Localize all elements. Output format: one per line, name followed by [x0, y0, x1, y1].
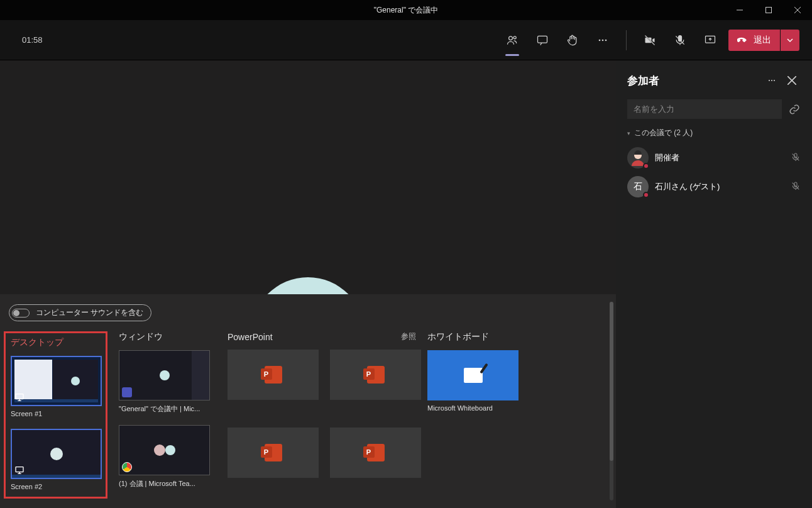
share-column-whiteboard: ホワイトボード Microsoft Whiteboard — [427, 331, 528, 499]
participant-row[interactable]: 石 石川さん (ゲスト) — [616, 172, 812, 201]
svg-point-8 — [602, 39, 604, 41]
powerpoint-icon — [367, 366, 385, 384]
share-ppt-item[interactable] — [228, 428, 319, 478]
svg-rect-16 — [16, 467, 23, 472]
participant-row[interactable]: 開催者 — [616, 143, 812, 172]
avatar: 石 — [627, 176, 649, 197]
share-whiteboard-item[interactable]: Microsoft Whiteboard — [427, 350, 518, 412]
share-column-window: ウィンドウ "General" で会議中 | Mic... — [119, 331, 216, 499]
panel-more-button[interactable] — [763, 72, 781, 89]
browse-link[interactable]: 参照 — [401, 331, 416, 342]
share-window-item[interactable]: (1) 会議 | Microsoft Tea... — [119, 425, 210, 489]
svg-point-18 — [771, 80, 772, 81]
chat-button[interactable] — [529, 27, 556, 53]
share-desktop-screen-2[interactable]: Screen #2 — [11, 429, 102, 490]
leave-label: 退出 — [754, 35, 771, 46]
participant-name: 石川さん (ゲスト) — [655, 181, 784, 192]
thumb-label: Microsoft Whiteboard — [427, 404, 518, 412]
chrome-icon — [121, 461, 133, 473]
close-button[interactable] — [783, 0, 812, 20]
powerpoint-icon — [367, 444, 385, 461]
main-area: 石 コンピューター サウンドを含む デスクトップ — [0, 60, 812, 508]
status-busy-icon — [643, 192, 649, 198]
panel-title: 参加者 — [627, 74, 760, 88]
column-header-whiteboard: ホワイトボード — [427, 331, 528, 343]
titlebar: "General" で会議中 — [0, 0, 812, 20]
raise-hand-button[interactable] — [559, 27, 586, 53]
leave-group: 退出 — [728, 30, 799, 51]
copy-link-button[interactable] — [788, 103, 801, 116]
status-busy-icon — [643, 163, 649, 169]
include-computer-sound-toggle[interactable]: コンピューター サウンドを含む — [9, 304, 151, 321]
participants-button[interactable] — [499, 27, 525, 53]
share-ppt-item[interactable] — [330, 350, 421, 400]
meeting-toolbar: 01:58 退出 — [0, 20, 812, 60]
video-stage: 石 コンピューター サウンドを含む デスクトップ — [0, 60, 616, 508]
toggle-pill-icon — [12, 309, 30, 318]
share-ppt-item[interactable] — [228, 350, 319, 400]
whiteboard-icon — [464, 368, 483, 383]
share-ppt-item[interactable] — [330, 428, 421, 478]
hangup-icon — [737, 35, 749, 46]
leave-button[interactable]: 退出 — [728, 30, 780, 51]
minimize-button[interactable] — [725, 0, 754, 20]
avatar-initial: 石 — [634, 181, 642, 192]
svg-rect-1 — [766, 8, 772, 13]
svg-point-4 — [509, 36, 513, 40]
sound-toggle-label: コンピューター サウンドを含む — [36, 307, 143, 318]
maximize-button[interactable] — [754, 0, 783, 20]
share-desktop-screen-1[interactable]: Screen #1 — [11, 356, 102, 417]
svg-point-9 — [605, 39, 607, 41]
svg-point-5 — [513, 36, 516, 38]
panel-close-button[interactable] — [783, 72, 801, 89]
participants-panel: 参加者 この会議で (2 人) 開催者 — [616, 60, 812, 508]
ppt-label: PowerPoint — [228, 332, 273, 342]
participant-name: 開催者 — [655, 152, 784, 163]
participant-search-input[interactable] — [627, 99, 782, 119]
column-header-powerpoint: PowerPoint 参照 — [228, 331, 416, 342]
thumb-label: Screen #1 — [11, 410, 102, 417]
avatar — [627, 147, 649, 168]
column-header-desktop: デスクトップ — [11, 337, 101, 348]
powerpoint-icon — [265, 444, 282, 461]
svg-point-17 — [769, 80, 770, 81]
share-tray: コンピューター サウンドを含む デスクトップ — [0, 294, 616, 508]
share-window-item[interactable]: "General" で会議中 | Mic... — [119, 350, 210, 414]
meeting-timer: 01:58 — [22, 35, 43, 45]
teams-icon — [121, 387, 133, 398]
share-screen-button[interactable] — [697, 27, 723, 53]
tray-scrollbar[interactable] — [610, 302, 613, 500]
thumb-label: Screen #2 — [11, 483, 102, 490]
more-actions-button[interactable] — [590, 27, 616, 53]
svg-rect-6 — [538, 36, 547, 43]
mic-muted-icon — [791, 181, 801, 193]
leave-dropdown[interactable] — [781, 30, 799, 51]
svg-point-19 — [774, 80, 775, 81]
mic-off-button[interactable] — [667, 27, 693, 53]
thumb-label: (1) 会議 | Microsoft Tea... — [119, 479, 210, 489]
window-title: "General" で会議中 — [374, 5, 439, 16]
mic-muted-icon — [791, 152, 801, 164]
camera-off-button[interactable] — [637, 27, 663, 53]
window-controls — [725, 0, 812, 20]
thumb-label: "General" で会議中 | Mic... — [119, 404, 210, 414]
share-column-desktop: デスクトップ Screen #1 — [4, 331, 107, 499]
svg-rect-15 — [16, 394, 23, 399]
share-column-powerpoint: PowerPoint 参照 — [228, 331, 416, 499]
column-header-window: ウィンドウ — [119, 331, 216, 343]
chevron-down-icon — [787, 37, 793, 43]
screen-icon — [14, 392, 25, 403]
powerpoint-icon — [265, 366, 282, 384]
divider — [626, 30, 627, 50]
section-in-meeting[interactable]: この会議で (2 人) — [616, 128, 812, 143]
svg-point-7 — [599, 39, 601, 41]
